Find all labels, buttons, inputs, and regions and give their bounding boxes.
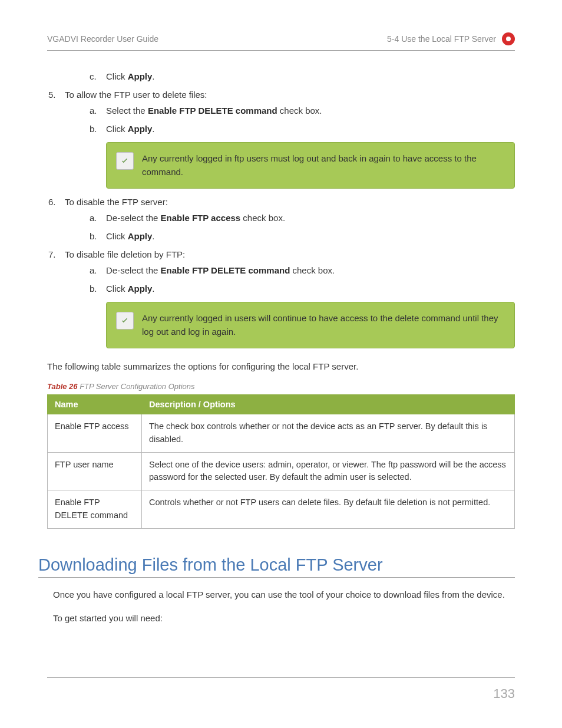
callout-text: Any currently logged in ftp users must l… <box>142 152 503 179</box>
summary-text: The following table summarizes the optio… <box>47 361 515 371</box>
table-row: Enable FTP access The check box controls… <box>48 414 515 453</box>
instruction-list: c.Click Apply. 5.To allow the FTP user t… <box>47 71 515 348</box>
col-name: Name <box>48 395 142 414</box>
step-6: 6.To disable the FTP server: a.De-select… <box>65 197 515 241</box>
header-right: 5-4 Use the Local FTP Server <box>387 32 515 45</box>
brand-logo-icon <box>502 32 515 45</box>
table-title: FTP Server Configuration Options <box>78 382 195 391</box>
page-number: 133 <box>493 686 515 701</box>
note-callout: Any currently logged in ftp users must l… <box>106 142 515 189</box>
step-7: 7.To disable file deletion by FTP: a.De-… <box>65 249 515 348</box>
step-6b: b.Click Apply. <box>106 231 515 241</box>
clipboard-check-icon <box>116 312 134 330</box>
step-4c: c.Click Apply. <box>106 71 515 81</box>
header-section: 5-4 Use the Local FTP Server <box>387 34 496 44</box>
body-paragraph: Once you have configured a local FTP ser… <box>53 588 515 602</box>
page-header: VGADVI Recorder User Guide 5-4 Use the L… <box>47 32 515 51</box>
step-6a: a.De-select the Enable FTP access check … <box>106 213 515 223</box>
step-7a: a.De-select the Enable FTP DELETE comman… <box>106 265 515 275</box>
body-paragraph: To get started you will need: <box>53 612 515 625</box>
callout-text: Any currently logged in users will conti… <box>142 312 503 338</box>
note-callout: Any currently logged in users will conti… <box>106 302 515 348</box>
clipboard-check-icon <box>116 152 134 170</box>
step-5b: b.Click Apply. <box>106 124 515 134</box>
table-row: Enable FTP DELETE command Controls wheth… <box>48 490 515 529</box>
col-desc: Description / Options <box>142 395 515 414</box>
table-row: FTP user name Select one of the device u… <box>48 452 515 490</box>
header-left: VGADVI Recorder User Guide <box>47 34 158 44</box>
table-label: Table 26 <box>47 382 78 391</box>
footer-rule <box>47 677 515 678</box>
step-7b: b.Click Apply. <box>106 284 515 294</box>
section-heading: Downloading Files from the Local FTP Ser… <box>38 555 515 578</box>
step-4-continued: c.Click Apply. <box>65 71 515 81</box>
config-options-table: Name Description / Options Enable FTP ac… <box>47 394 515 529</box>
table-caption: Table 26 FTP Server Configuration Option… <box>47 382 515 391</box>
step-5a: a.Select the Enable FTP DELETE command c… <box>106 106 515 116</box>
step-5: 5.To allow the FTP user to delete files:… <box>65 90 515 189</box>
